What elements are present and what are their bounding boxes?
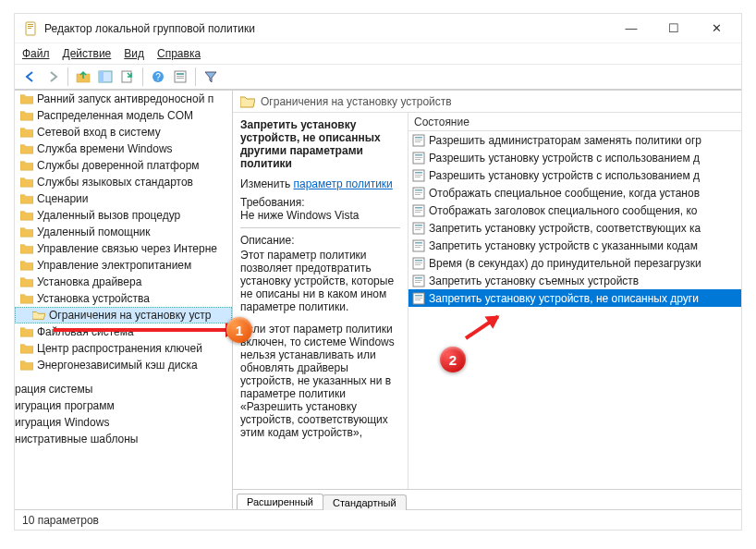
menu-file[interactable]: Файл <box>22 47 50 60</box>
policy-list-item[interactable]: Запретить установку устройств, не описан… <box>408 289 741 307</box>
policy-list-item[interactable]: Запретить установку устройств, соответст… <box>408 219 741 237</box>
tree-item[interactable]: Установка устройства <box>15 290 232 307</box>
annotation-badge-1: 1 <box>226 317 252 343</box>
svg-rect-36 <box>415 227 422 228</box>
tree-item-label: Сетевой вход в систему <box>37 126 161 139</box>
tree-item[interactable]: Энергонезависимый кэш диска <box>15 357 232 373</box>
svg-rect-47 <box>415 277 422 279</box>
policy-item-label: Разрешить администраторам заменять полит… <box>429 134 701 147</box>
svg-rect-25 <box>415 177 421 177</box>
edit-label: Изменить <box>240 177 290 190</box>
svg-rect-13 <box>177 78 184 79</box>
svg-rect-15 <box>415 137 422 139</box>
tree-item-label: Служба времени Windows <box>37 142 173 155</box>
tree-item-label: Центр распространения ключей <box>37 342 202 355</box>
back-button[interactable] <box>20 67 41 87</box>
svg-rect-37 <box>415 229 421 230</box>
tree-item[interactable]: Службы доверенной платформ <box>15 157 232 174</box>
up-button[interactable] <box>73 67 93 87</box>
tree-item[interactable]: Службы языковых стандартов <box>15 174 232 190</box>
policy-list-item[interactable]: Отображать заголовок специального сообще… <box>408 201 741 219</box>
requirements-label: Требования: <box>240 196 400 209</box>
policy-item-label: Отображать заголовок специального сообще… <box>429 204 698 217</box>
svg-rect-16 <box>415 140 422 140</box>
statusbar: 10 параметров <box>15 509 741 530</box>
tree-item[interactable]: Распределенная модель COM <box>15 107 232 124</box>
tree-item[interactable]: Сетевой вход в систему <box>15 124 232 140</box>
help-button[interactable]: ? <box>148 67 168 87</box>
policy-list-item[interactable]: Запретить установку съемных устройств <box>408 272 741 289</box>
tree-item[interactable]: рация системы <box>15 381 232 397</box>
menu-help[interactable]: Справка <box>157 47 201 60</box>
requirements-value: Не ниже Windows Vista <box>240 209 400 222</box>
policy-list-item[interactable]: Разрешить установку устройств с использо… <box>408 149 741 166</box>
tree-item-label: Ограничения на установку устр <box>49 309 211 322</box>
forward-button[interactable] <box>43 67 63 87</box>
tree-item[interactable]: Установка драйвера <box>15 274 232 290</box>
filter-button[interactable] <box>201 67 221 87</box>
tree-item[interactable]: Управление электропитанием <box>15 257 232 274</box>
tree-item-label: Установка драйвера <box>37 275 141 288</box>
tree-item[interactable]: Ограничения на установку устр <box>15 307 232 323</box>
toolbar: ? <box>15 64 741 90</box>
policy-list-item[interactable]: Разрешить установку устройств с использо… <box>408 166 741 184</box>
description-label: Описание: <box>240 234 400 247</box>
tree-item[interactable]: Управление связью через Интерне <box>15 240 232 257</box>
maximize-button[interactable]: ☐ <box>652 15 695 43</box>
policy-list-item[interactable]: Разрешить администраторам заменять полит… <box>408 131 741 149</box>
svg-rect-29 <box>415 194 421 195</box>
tree-item[interactable]: нистративные шаблоны <box>15 431 232 447</box>
list-pane[interactable]: Состояние Разрешить администраторам заме… <box>408 113 741 489</box>
svg-rect-27 <box>415 189 422 191</box>
tree-item-label: Установка устройства <box>37 292 150 305</box>
policy-item-label: Запретить установку съемных устройств <box>429 274 639 287</box>
tree-item-label: Удаленный помощник <box>37 226 151 238</box>
tab-extended[interactable]: Расширенный <box>237 494 323 509</box>
description-p2: Если этот параметр политики включен, то … <box>240 323 400 439</box>
svg-rect-31 <box>415 207 422 209</box>
properties-button[interactable] <box>170 67 190 87</box>
policy-list-item[interactable]: Запретить установку устройств с указанны… <box>408 237 741 254</box>
tree-item-label: рация системы <box>15 383 92 396</box>
svg-rect-1 <box>28 24 33 25</box>
tab-standard[interactable]: Стандартный <box>323 494 407 510</box>
policy-list-item[interactable]: Отображать специальное сообщение, когда … <box>408 184 741 201</box>
svg-rect-48 <box>415 280 422 281</box>
tree-item[interactable]: Сценарии <box>15 190 232 207</box>
tree-item[interactable]: Служба времени Windows <box>15 140 232 157</box>
tree-item-label: нистративные шаблоны <box>15 433 138 445</box>
tree-item[interactable]: Ранний запуск антивредоносной п <box>15 91 232 107</box>
svg-rect-12 <box>177 76 184 77</box>
menu-view[interactable]: Вид <box>124 47 144 60</box>
tree-item[interactable]: игурация Windows <box>15 414 232 431</box>
tree-item[interactable]: Файловая система <box>15 323 232 340</box>
right-header: Ограничения на установку устройств <box>233 91 741 113</box>
svg-rect-43 <box>415 260 422 262</box>
svg-rect-44 <box>415 262 422 263</box>
svg-rect-19 <box>415 154 422 156</box>
window-title: Редактор локальной групповой политики <box>44 22 610 35</box>
edit-policy-link[interactable]: параметр политики <box>293 177 392 190</box>
policy-item-label: Разрешить установку устройств с использо… <box>429 152 700 165</box>
svg-rect-32 <box>415 210 422 211</box>
svg-rect-6 <box>99 71 104 82</box>
svg-rect-33 <box>415 212 421 213</box>
svg-rect-35 <box>415 225 422 226</box>
svg-rect-23 <box>415 172 422 174</box>
tree-item[interactable]: Центр распространения ключей <box>15 340 232 357</box>
list-column-header[interactable]: Состояние <box>408 113 741 131</box>
export-button[interactable] <box>117 67 138 87</box>
tree-pane[interactable]: Ранний запуск антивредоносной пРаспредел… <box>15 91 233 509</box>
folder-open-icon <box>240 95 255 108</box>
minimize-button[interactable]: — <box>610 15 652 43</box>
show-hide-tree-button[interactable] <box>95 67 116 87</box>
divider <box>240 227 400 228</box>
titlebar: Редактор локальной групповой политики — … <box>15 14 741 43</box>
tree-item[interactable]: игурация программ <box>15 397 232 414</box>
menu-action[interactable]: Действие <box>63 47 112 60</box>
tree-item[interactable]: Удаленный вызов процедур <box>15 207 232 224</box>
svg-rect-3 <box>28 28 31 29</box>
policy-list-item[interactable]: Время (в секундах) до принудительной пер… <box>408 254 741 272</box>
close-button[interactable]: ✕ <box>695 15 738 43</box>
tree-item[interactable]: Удаленный помощник <box>15 224 232 240</box>
